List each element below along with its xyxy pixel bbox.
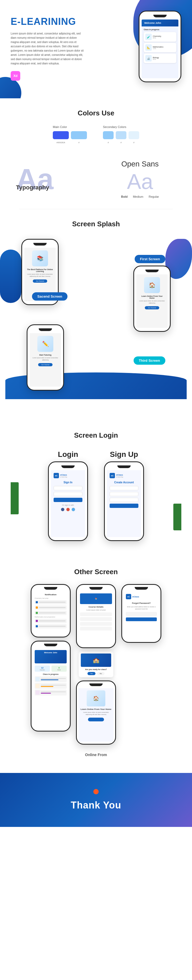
main-color-group: Main Color #6002EA # (53, 125, 87, 144)
notif-dot-3 (36, 612, 38, 614)
xd-badge: Xd (11, 71, 20, 81)
thankyou-section: Thank You (0, 773, 192, 827)
second-screen-content: 🏠 Learn Online From Your Home Lorem ipsu… (136, 274, 168, 328)
main-color-hex: #6002EA (53, 142, 69, 144)
illus-btn-2: Get Started (145, 306, 159, 309)
home-stat-2: 8 Done (52, 665, 67, 672)
forgot-desc: Enter your email address below to receiv… (126, 606, 157, 610)
notif-line-2 (39, 607, 66, 608)
illus-box-3: ✏️ (37, 336, 54, 352)
typography-left: Aa Typography (16, 164, 88, 194)
typography-label: Typography (16, 184, 49, 191)
splash-title: Screen Splash (5, 220, 187, 228)
popup-yes-btn[interactable]: Yes (88, 672, 96, 675)
course-item-4 (80, 627, 112, 630)
notif-item-2 (35, 605, 67, 610)
open-sans-title: Open Sans (104, 160, 176, 168)
phone-notch-course (89, 587, 103, 590)
illus-text-2: Learn Online From Your Home (139, 295, 165, 299)
typography-weights: Bold Medium Regular (104, 195, 176, 198)
course-text-2: Mathematics 72% (153, 46, 164, 49)
main-color-swatches (53, 131, 87, 139)
phone-notch-first (33, 243, 47, 245)
course-detail-name: Course Details (80, 606, 112, 608)
course-icon-2: 📐 (145, 45, 152, 51)
learn-screen: 🏠 Learn Online From Your Home Lorem ipsu… (79, 688, 113, 742)
notif-item-1 (35, 600, 67, 605)
home-course-3 (35, 690, 67, 695)
popup-no-btn[interactable]: No (97, 672, 104, 675)
thankyou-dot (93, 789, 99, 794)
hero-section: E-LEARINING Lorem ipsum dolor sit amet, … (0, 0, 192, 98)
illus-btn-1: Get Started (33, 280, 47, 283)
login-phones: Login eC eClass e-learning Sign In (11, 450, 181, 541)
third-screen-phone: ✏️ Start Tutoring Lorem ipsum dolor sit … (27, 325, 64, 391)
phone-notch-signup (117, 465, 131, 468)
secondary-hex-1: # (103, 142, 113, 144)
illus-btn-3: Get Started (38, 363, 53, 366)
third-screen-content: ✏️ Start Tutoring Lorem ipsum dolor sit … (30, 333, 61, 387)
home-screen-phone: Welcome John 12 Courses 8 Done (31, 641, 71, 732)
signup-label: Sign Up (110, 450, 138, 459)
home-stat-label-2: Done (52, 669, 66, 671)
popup-emoji: 🏫 (93, 657, 99, 663)
social-icons (54, 508, 82, 511)
other-screens-container: Notification Chemistry last prep (5, 584, 187, 745)
forgot-screen: eC eClass Forgot Password? Enter your em… (124, 592, 159, 640)
colors-grid: Main Color #6002EA # Secondary Colors # … (16, 125, 176, 144)
secondary-swatch-1 (103, 131, 113, 139)
home-screen-content: Welcome John 12 Courses 8 Done (33, 648, 68, 729)
other-section: Other Screen Notification Chemistry last… (0, 557, 192, 773)
colors-title: Colors Use (16, 109, 176, 117)
colors-section: Colors Use Main Color #6002EA # Secondar… (0, 98, 192, 154)
login-logo: eC (54, 473, 59, 478)
illus-desc-2: Lorem ipsum dolor sit amet consectetur a… (139, 300, 165, 304)
notif-yesterday: Mathematics test preparation (35, 616, 67, 618)
course-item-3 (80, 622, 112, 626)
illus-box-1: 📚 (32, 250, 48, 266)
email-field-mock (54, 486, 82, 490)
or-text: Or sign in with (54, 504, 82, 506)
notif-dot-5 (36, 625, 38, 627)
main-swatch-1 (53, 131, 69, 139)
home-course-info-1 (41, 678, 66, 680)
secondary-color-labels: # # # (103, 142, 139, 144)
home-course-info-3 (41, 692, 66, 694)
login-screen-content: eC eClass e-learning Sign In Or sign in … (51, 470, 85, 537)
course-detail-desc: Lorem ipsum dolor sit amet (80, 609, 112, 611)
home-screen-header: Welcome John (35, 650, 67, 663)
name-field-mock (110, 486, 138, 490)
main-color-label: Main Color (53, 125, 87, 129)
notif-line-4 (39, 620, 66, 622)
phone-notch-second (145, 270, 159, 272)
login-form-title: Sign In (54, 481, 82, 484)
forgot-reset-btn[interactable] (126, 617, 157, 621)
phone-screen: Welcome John Class in progress 🧪 Chemist… (142, 19, 178, 78)
weight-regular: Regular (149, 195, 159, 198)
signup-form-title: Create Account (110, 481, 138, 484)
main-color-hex-2: # (71, 142, 87, 144)
first-screen-illustration: 📚 The Best Platform For Online Learning … (24, 248, 56, 285)
secondary-color-swatches (103, 131, 139, 139)
signup-logo-name: eClass (116, 474, 123, 476)
phone-screen-content: Class in progress 🧪 Chemistry 84% 📐 Ma (142, 27, 178, 66)
login-screen-header: eC eClass e-learning (54, 473, 82, 478)
forgot-title: Forgot Password? (126, 602, 157, 605)
phone-notch-notif (44, 587, 57, 590)
class-progress-label: Class in progress (144, 29, 176, 30)
forgot-email-field[interactable] (126, 612, 157, 616)
learn-btn[interactable] (88, 718, 104, 721)
third-screen-label: Third Screen (134, 356, 165, 365)
login-phone: eC eClass e-learning Sign In Or sign in … (48, 461, 88, 541)
other-left-column: Notification Chemistry last prep (31, 584, 71, 745)
signup-phone: eC eClass e-learning Create Account (104, 461, 144, 541)
learn-title: Learn Online From Your Home (80, 708, 112, 710)
home-progress-1 (41, 679, 58, 680)
signup-phone-wrapper: Sign Up eC eClass e-learning Create Acco… (104, 450, 144, 541)
course-icon-3: 🔬 (145, 55, 152, 62)
notif-dot-4 (36, 620, 38, 622)
home-progress-2 (41, 686, 54, 687)
second-screen-label: Sacend Screen (32, 292, 68, 301)
login-section-title: Screen Login (11, 431, 181, 439)
secondary-color-label: Secondary Colors (103, 125, 139, 129)
